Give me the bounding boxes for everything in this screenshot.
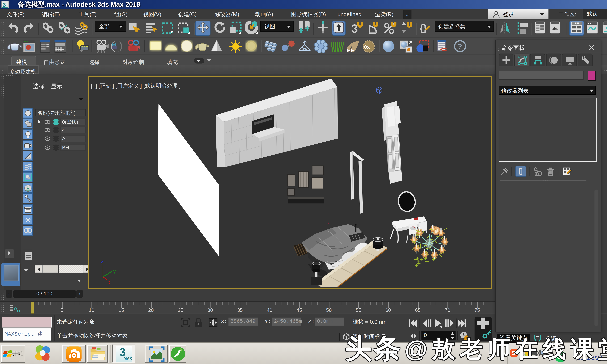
svg-text:y: y <box>113 269 116 274</box>
svg-text:{}: {} <box>420 23 427 33</box>
svg-text:[+] [正交 ] [用户定义 ] [默认明暗处理 ]: [+] [正交 ] [用户定义 ] [默认明暗处理 ] <box>91 82 181 89</box>
svg-text:z: z <box>101 259 103 264</box>
svg-text:HF: HF <box>347 47 354 53</box>
svg-text:3: 3 <box>351 22 358 34</box>
svg-text:?: ? <box>458 42 462 50</box>
svg-text:0x: 0x <box>364 44 370 50</box>
svg-text:x: x <box>108 279 110 285</box>
